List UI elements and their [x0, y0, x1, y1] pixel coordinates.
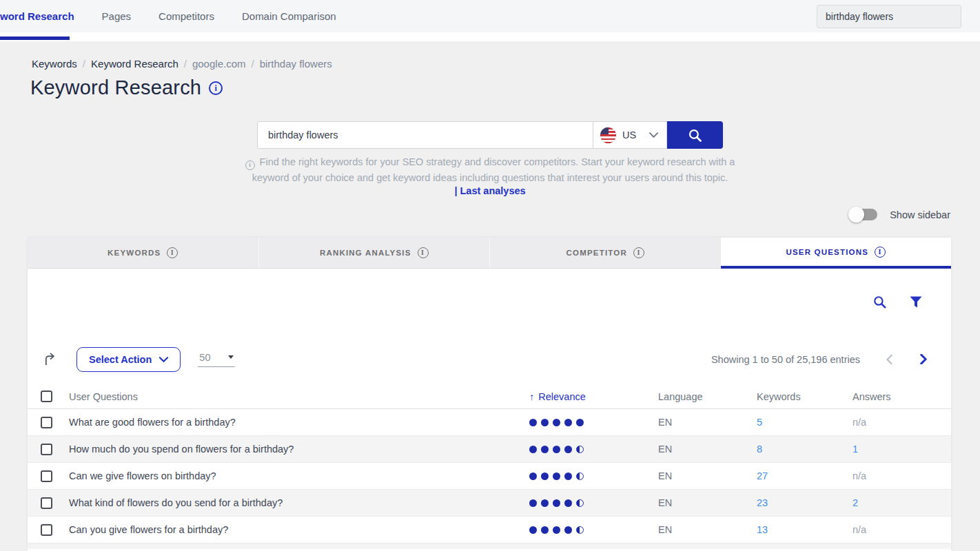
breadcrumb-keyword-research[interactable]: Keyword Research [91, 58, 178, 70]
breadcrumb-separator: / [184, 58, 187, 70]
keyword-search-input[interactable] [257, 121, 593, 149]
top-nav-items: word Research Pages Competitors Domain C… [0, 10, 336, 22]
relevance-dots [529, 526, 658, 534]
header-user-questions: User Questions [69, 391, 529, 402]
keywords-count-link[interactable]: 8 [757, 444, 762, 455]
page-size-value: 50 [199, 352, 210, 363]
pagination-next-icon[interactable] [920, 354, 927, 364]
answers-value: n/a [853, 417, 866, 428]
row-checkbox[interactable] [41, 524, 52, 536]
row-checkbox[interactable] [41, 444, 52, 455]
relevance-dot [541, 526, 549, 534]
relevance-dot [564, 419, 572, 426]
tab-label: User Questions [786, 248, 868, 256]
table-search-icon[interactable] [872, 295, 887, 309]
relevance-dot [564, 526, 572, 534]
active-nav-underline [0, 37, 70, 40]
tab-keywords[interactable]: Keywords [28, 238, 258, 269]
relevance-dot [564, 472, 572, 480]
nav-item-domain-comparison[interactable]: Domain Comparison [242, 10, 336, 22]
language-value: EN [658, 497, 757, 508]
search-icon [688, 128, 702, 143]
user-questions-table: User Questions ↑Relevance Language Keywo… [28, 384, 951, 549]
search-description: Find the right keywords for your SEO str… [228, 154, 752, 185]
row-checkbox-cell [28, 417, 69, 428]
table-row: How much do you spend on flowers for a b… [28, 436, 951, 463]
question-text: What kind of flowers do you send for a b… [69, 497, 529, 508]
toggle-knob [848, 207, 864, 222]
navbar-divider-strip [0, 32, 980, 41]
table-row: What kind of flowers do you send for a b… [28, 490, 951, 517]
keyword-search-bar: US [257, 121, 723, 149]
tab-ranking-analysis[interactable]: Ranking Analysis [258, 238, 490, 269]
row-checkbox[interactable] [41, 417, 52, 428]
row-checkbox[interactable] [41, 470, 52, 482]
results-card: Keywords Ranking Analysis Competitor Use… [28, 238, 951, 551]
breadcrumb-keywords[interactable]: Keywords [32, 58, 77, 70]
header-relevance[interactable]: ↑Relevance [529, 391, 658, 402]
keywords-count-link[interactable]: 23 [757, 497, 768, 508]
keywords-count-link[interactable]: 27 [757, 470, 768, 481]
header-keywords[interactable]: Keywords [757, 391, 853, 402]
question-text: What are good flowers for a birthday? [69, 417, 529, 428]
row-checkbox-cell [28, 497, 69, 509]
tab-info-icon[interactable] [633, 247, 644, 258]
relevance-dots [529, 472, 658, 480]
tab-user-questions[interactable]: User Questions [721, 238, 952, 269]
page-size-select[interactable]: 50 [198, 352, 235, 367]
relevance-dot [529, 499, 537, 507]
tab-info-icon[interactable] [418, 247, 429, 258]
tab-info-icon[interactable] [167, 247, 178, 258]
tab-info-icon[interactable] [875, 247, 886, 258]
last-analyses-link[interactable]: | Last analyses [454, 185, 525, 196]
answers-value: n/a [853, 470, 866, 481]
table-row: Can you give flowers for a birthday? EN … [28, 517, 951, 543]
country-select[interactable]: US [593, 121, 667, 149]
breadcrumb-birthday-flowers: birthday flowers [260, 58, 332, 70]
tab-competitor[interactable]: Competitor [489, 238, 721, 269]
export-icon[interactable] [43, 352, 58, 366]
keyword-research-page: word Research Pages Competitors Domain C… [0, 0, 980, 551]
table-row: What are good flowers for a birthday? EN… [28, 409, 951, 436]
select-action-button[interactable]: Select Action [76, 347, 181, 372]
header-checkbox-cell [28, 391, 69, 402]
breadcrumb-google-com[interactable]: google.com [192, 58, 246, 70]
relevance-dot [576, 472, 584, 480]
select-all-checkbox[interactable] [41, 391, 52, 402]
question-text: How much do you spend on flowers for a b… [69, 444, 529, 455]
answers-value[interactable]: 2 [853, 497, 858, 508]
relevance-dots [529, 419, 658, 426]
header-answers[interactable]: Answers [853, 391, 951, 402]
topbar-search-input[interactable] [817, 5, 961, 28]
answers-value[interactable]: 1 [853, 444, 858, 455]
relevance-dot [541, 499, 549, 507]
header-relevance-label: Relevance [538, 391, 586, 402]
header-language[interactable]: Language [658, 391, 757, 402]
nav-item-keyword-research[interactable]: word Research [0, 10, 74, 22]
show-sidebar-row: Show sidebar [850, 209, 950, 220]
search-button[interactable] [667, 121, 723, 149]
row-checkbox-cell [28, 524, 69, 536]
breadcrumb-separator: / [83, 58, 85, 70]
nav-item-competitors[interactable]: Competitors [159, 10, 214, 22]
relevance-dots [529, 446, 658, 453]
page-title-row: Keyword Research [30, 76, 223, 99]
table-row: Can we give flowers on birthday? EN 27 n… [28, 463, 951, 490]
title-info-icon[interactable] [209, 81, 223, 95]
info-icon [245, 160, 255, 170]
chevron-down-icon [159, 357, 168, 362]
show-sidebar-toggle[interactable] [850, 209, 877, 220]
last-analyses-row: | Last analyses [228, 185, 752, 196]
description-line-1: Find the right keywords for your SEO str… [228, 154, 752, 170]
table-body: What are good flowers for a birthday? EN… [28, 409, 951, 543]
filter-icon[interactable] [910, 296, 922, 308]
keywords-count-link[interactable]: 13 [757, 524, 768, 535]
tab-label: Competitor [566, 249, 627, 257]
table-tools [872, 295, 922, 309]
nav-item-pages[interactable]: Pages [102, 10, 132, 22]
relevance-dot [576, 419, 584, 426]
relevance-dot [553, 526, 560, 534]
pagination-prev-icon[interactable] [886, 355, 892, 364]
keywords-count-link[interactable]: 5 [757, 417, 762, 428]
row-checkbox[interactable] [41, 497, 52, 509]
